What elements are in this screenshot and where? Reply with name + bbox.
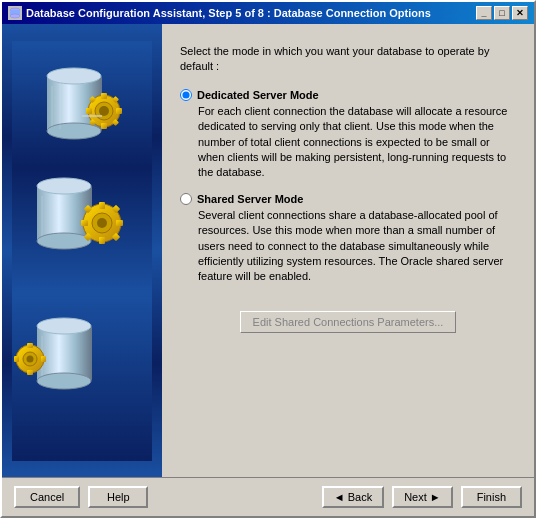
svg-rect-29 — [81, 220, 88, 226]
next-arrow-icon: ► — [430, 491, 441, 503]
footer: Cancel Help ◄ Back Next ► Finish — [2, 477, 534, 516]
footer-left-buttons: Cancel Help — [14, 486, 148, 508]
svg-rect-44 — [14, 356, 19, 362]
svg-rect-14 — [116, 108, 122, 114]
right-panel: Select the mode in which you want your d… — [162, 24, 534, 477]
svg-rect-30 — [116, 220, 123, 226]
dedicated-server-radio[interactable] — [180, 89, 192, 101]
dedicated-radio-row: Dedicated Server Mode — [180, 89, 516, 101]
help-button[interactable]: Help — [88, 486, 148, 508]
back-button[interactable]: ◄ Back — [322, 486, 384, 508]
left-panel — [2, 24, 162, 477]
intro-text: Select the mode in which you want your d… — [180, 44, 516, 75]
shared-radio-row: Shared Server Mode — [180, 193, 516, 205]
maximize-button[interactable]: □ — [494, 6, 510, 20]
shared-server-option: Shared Server Mode Several client connec… — [180, 193, 516, 285]
next-button[interactable]: Next ► — [392, 486, 453, 508]
finish-button[interactable]: Finish — [461, 486, 522, 508]
svg-point-23 — [37, 233, 91, 249]
db-illustration — [12, 41, 152, 461]
svg-point-37 — [37, 318, 91, 334]
shared-server-radio[interactable] — [180, 193, 192, 205]
svg-rect-28 — [99, 237, 105, 244]
svg-point-38 — [37, 373, 91, 389]
svg-rect-11 — [101, 93, 107, 99]
dedicated-server-option: Dedicated Server Mode For each client co… — [180, 89, 516, 181]
svg-rect-13 — [86, 108, 92, 114]
close-button[interactable]: ✕ — [512, 6, 528, 20]
minimize-button[interactable]: _ — [476, 6, 492, 20]
back-label: Back — [348, 491, 372, 503]
svg-rect-27 — [99, 202, 105, 209]
svg-rect-43 — [27, 370, 33, 375]
title-bar-controls: _ □ ✕ — [476, 6, 528, 20]
window-icon — [8, 6, 22, 20]
svg-point-46 — [27, 355, 34, 362]
window-title: Database Configuration Assistant, Step 5… — [26, 7, 431, 19]
dedicated-server-desc: For each client connection the database … — [198, 104, 516, 181]
svg-point-5 — [47, 68, 101, 84]
main-window: Database Configuration Assistant, Step 5… — [0, 0, 536, 518]
dedicated-server-label: Dedicated Server Mode — [197, 89, 319, 101]
next-label: Next — [404, 491, 427, 503]
footer-right-buttons: ◄ Back Next ► Finish — [322, 486, 522, 508]
shared-server-label: Shared Server Mode — [197, 193, 303, 205]
cancel-button[interactable]: Cancel — [14, 486, 80, 508]
svg-point-19 — [99, 106, 109, 116]
svg-rect-45 — [41, 356, 46, 362]
back-arrow-icon: ◄ — [334, 491, 345, 503]
content-area: Select the mode in which you want your d… — [2, 24, 534, 477]
svg-point-2 — [10, 14, 20, 18]
svg-rect-12 — [101, 123, 107, 129]
title-bar-left: Database Configuration Assistant, Step 5… — [8, 6, 431, 20]
title-bar: Database Configuration Assistant, Step 5… — [2, 2, 534, 24]
shared-server-desc: Several client connections share a datab… — [198, 208, 516, 285]
edit-shared-connections-button[interactable]: Edit Shared Connections Parameters... — [240, 311, 457, 333]
svg-point-35 — [97, 218, 107, 228]
svg-point-22 — [37, 178, 91, 194]
svg-rect-42 — [27, 343, 33, 348]
